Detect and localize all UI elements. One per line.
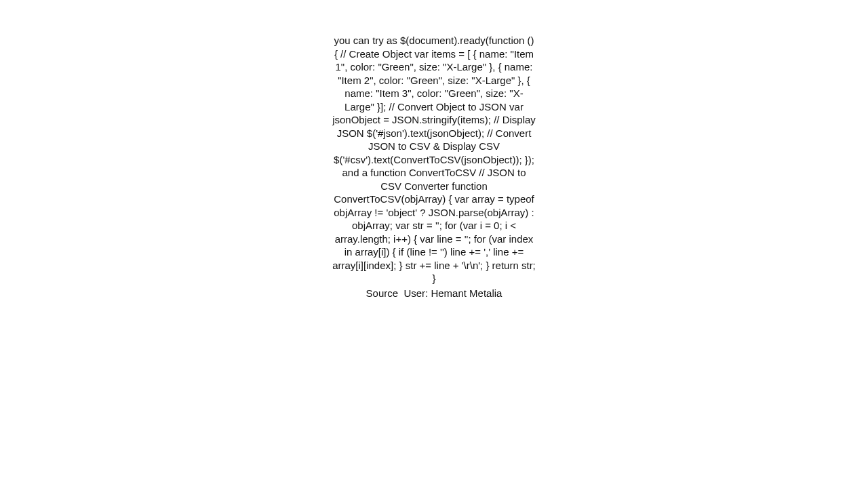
text-content-block: you can try as $(document).ready(functio…	[332, 34, 536, 300]
body-text: you can try as $(document).ready(functio…	[332, 34, 536, 285]
source-label: Source	[366, 287, 399, 299]
source-line: Source User: Hemant Metalia	[332, 287, 536, 300]
user-label: User: Hemant Metalia	[403, 287, 502, 299]
